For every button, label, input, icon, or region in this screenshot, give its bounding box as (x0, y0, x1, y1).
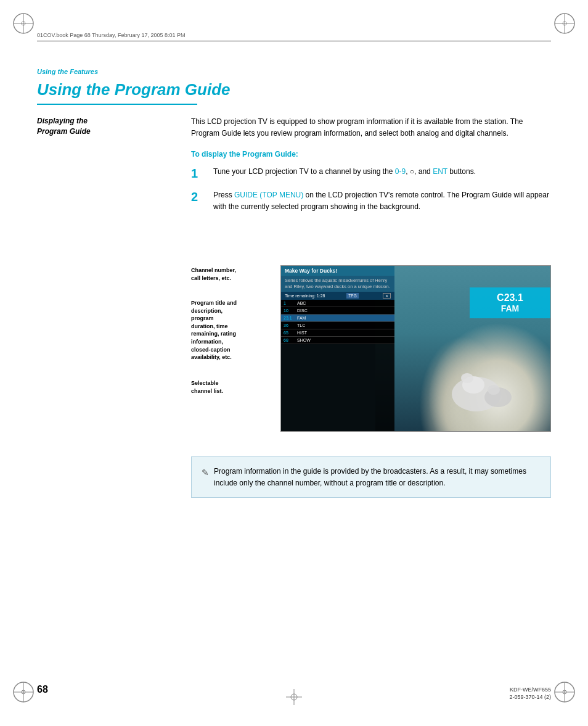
guide-time-bar: Time remaining: 1:28 TPG ✕ (281, 292, 394, 300)
note-icon: ✎ (202, 466, 209, 480)
guide-overlay: Make Way for Ducks! Series follows the a… (281, 266, 394, 431)
channel-label-container: Channel number, call letters, etc. (191, 266, 271, 282)
note-text: Program information in the guide is prov… (214, 466, 541, 489)
model-info: KDF-WE/WF655 2-059-370-14 (2) (509, 686, 551, 701)
corner-mark-bl (11, 680, 36, 704)
header-rule (37, 41, 551, 41)
guide-channel-row-5: 65 HIST (281, 329, 394, 337)
corner-mark-tl (11, 11, 36, 36)
guide-channel-row-6: 68 SHOW (281, 337, 394, 344)
step-2-highlight: GUIDE (TOP MENU) (234, 191, 303, 199)
step-1-highlight-1: 0-9 (395, 167, 406, 176)
duck-svg (439, 351, 513, 413)
page-title: Using the Program Guide (37, 80, 231, 99)
guide-channel-row-3: 23.1 FAM (281, 315, 394, 322)
steps-list: 1 Tune your LCD projection TV to a chann… (191, 166, 551, 212)
main-content: This LCD projection TV is equipped to sh… (191, 116, 551, 221)
program-label: Program title and description, program d… (191, 299, 271, 361)
program-label-container: Program title and description, program d… (191, 299, 271, 361)
guide-section: Channel number, call letters, etc. Progr… (191, 265, 551, 432)
step-1-text: Tune your LCD projection TV to a channel… (213, 166, 551, 178)
channel-overlay-number: C23.1 (472, 292, 548, 303)
page: 01COV.book Page 68 Thursday, February 17… (0, 0, 588, 726)
step-2: 2 Press GUIDE (TOP MENU) on the LCD proj… (191, 189, 551, 212)
step-heading: To display the Program Guide: (191, 150, 551, 159)
selectable-label: Selectable channel list. (191, 379, 271, 395)
corner-mark-br (552, 680, 577, 704)
svg-point-23 (488, 385, 500, 395)
guide-close-btn: ✕ (383, 293, 391, 299)
step-1-highlight-2: ENT (433, 167, 447, 176)
guide-time-remaining: Time remaining: 1:28 (285, 294, 325, 298)
note-box: ✎ Program information in the guide is pr… (191, 456, 551, 498)
guide-tpg-label: TPG (346, 293, 358, 299)
file-info: 01COV.book Page 68 Thursday, February 17… (37, 32, 551, 38)
guide-wrapper: Channel number, call letters, etc. Progr… (191, 265, 551, 432)
model-info-line1: KDF-WE/WF655 (509, 686, 551, 694)
guide-channel-row-4: 36 TLC (281, 322, 394, 329)
step-1-number: 1 (191, 166, 208, 181)
guide-channel-row-2: 10 DISC (281, 307, 394, 315)
tv-guide-screen: Make Way for Ducks! Series follows the a… (280, 265, 551, 432)
bottom-center-mark (285, 688, 303, 709)
sidebar-section-title: Displaying the Program Guide (37, 116, 160, 137)
selectable-label-container: Selectable channel list. (191, 379, 271, 395)
step-2-text: Press GUIDE (TOP MENU) on the LCD projec… (213, 189, 551, 212)
page-number: 68 (37, 684, 48, 695)
step-1: 1 Tune your LCD projection TV to a chann… (191, 166, 551, 181)
header-area: 01COV.book Page 68 Thursday, February 17… (37, 32, 551, 41)
guide-program-desc: Series follows the aquatic misadventures… (281, 276, 394, 292)
corner-mark-tr (552, 11, 577, 36)
channel-overlay-name: FAM (472, 303, 548, 313)
guide-program-title: Make Way for Ducks! (281, 266, 394, 276)
model-info-line2: 2-059-370-14 (2) (509, 693, 551, 701)
title-rule (37, 104, 197, 105)
channel-label: Channel number, call letters, etc. (191, 266, 271, 282)
guide-layout: Channel number, call letters, etc. Progr… (191, 265, 551, 432)
guide-channel-row-1: 1 ABC (281, 300, 394, 307)
guide-channel-list: 1 ABC 10 DISC 23.1 FAM (281, 300, 394, 344)
svg-point-21 (461, 373, 473, 383)
breadcrumb: Using the Features (37, 68, 98, 75)
guide-labels: Channel number, call letters, etc. Progr… (191, 265, 280, 432)
intro-text: This LCD projection TV is equipped to sh… (191, 116, 551, 139)
step-2-number: 2 (191, 189, 208, 204)
channel-info-overlay: C23.1 FAM (470, 287, 550, 318)
